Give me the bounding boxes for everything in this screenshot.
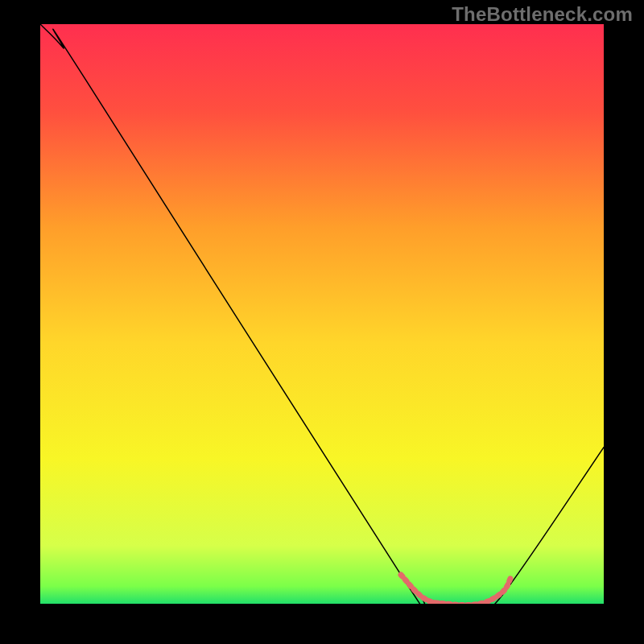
gradient-background (40, 24, 604, 604)
chart-svg (40, 24, 604, 604)
chart-container: TheBottleneck.com (0, 0, 644, 644)
watermark-text: TheBottleneck.com (452, 3, 633, 26)
plot-area (40, 24, 604, 604)
